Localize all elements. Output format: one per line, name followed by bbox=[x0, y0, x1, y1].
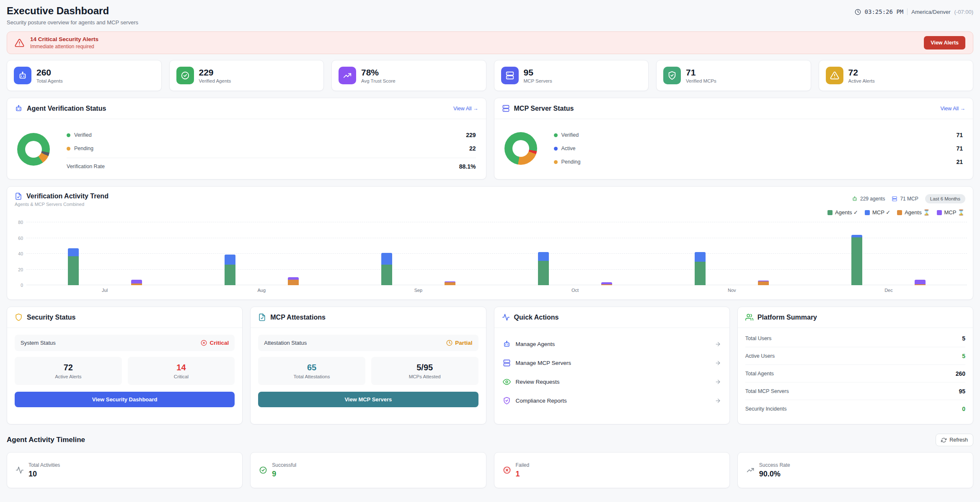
trend-title-row: Verification Activity Trend bbox=[15, 192, 109, 200]
stat-label: Verified MCPs bbox=[686, 78, 716, 83]
card-header: MCP Attestations bbox=[251, 307, 486, 328]
stat-card-total-agents: 260 Total Agents bbox=[7, 60, 162, 91]
legend-item: Agents ✓ bbox=[827, 209, 858, 216]
bar-stack-verified bbox=[851, 235, 862, 285]
status-value: Critical bbox=[209, 340, 229, 346]
users-icon bbox=[745, 313, 753, 321]
bar-group bbox=[183, 222, 340, 285]
rate-label: Verification Rate bbox=[67, 164, 105, 169]
view-alerts-button[interactable]: View Alerts bbox=[924, 36, 965, 49]
view-mcp-servers-button[interactable]: View MCP Servers bbox=[258, 392, 478, 407]
timeline-stat-value: 1 bbox=[516, 470, 530, 479]
x-circle-icon bbox=[201, 340, 207, 346]
timeline-stat-text: Failed 1 bbox=[516, 462, 530, 479]
critical-alert-banner: 14 Critical Security Alerts Immediate at… bbox=[7, 31, 973, 54]
refresh-button[interactable]: Refresh bbox=[936, 434, 973, 446]
status-row-label: System Status bbox=[21, 340, 56, 346]
donut-hole bbox=[512, 140, 529, 157]
warning-triangle-icon bbox=[15, 38, 24, 48]
check-circle-icon bbox=[259, 466, 267, 474]
attestation-status-row: Attestation Status Partial bbox=[258, 335, 478, 351]
bar-group bbox=[340, 222, 496, 285]
legend-label: Pending bbox=[561, 159, 581, 165]
clock-icon bbox=[855, 9, 861, 15]
bar-group bbox=[26, 222, 183, 285]
card-title: MCP Server Status bbox=[514, 105, 574, 112]
view-all-agents-link[interactable]: View All → bbox=[453, 106, 478, 112]
bar-stack-verified bbox=[68, 248, 79, 285]
executive-dashboard-page: Executive Dashboard Security posture ove… bbox=[0, 0, 980, 492]
bar-stack-pending bbox=[758, 281, 769, 285]
bar-segment bbox=[538, 252, 549, 261]
alert-subtitle: Immediate attention required bbox=[30, 44, 98, 49]
summary-row-security-incidents: Security Incidents 0 bbox=[745, 400, 965, 417]
view-all-mcp-link[interactable]: View All → bbox=[940, 106, 965, 112]
card-body: Manage Agents Manage MCP Servers bbox=[494, 328, 729, 417]
header-titles: Executive Dashboard Security posture ove… bbox=[7, 5, 138, 26]
donut-hole bbox=[25, 141, 42, 158]
legend-row: Verified 229 bbox=[67, 128, 476, 142]
bar-segment bbox=[851, 237, 862, 285]
check-circle-icon bbox=[176, 67, 194, 84]
bar-segment bbox=[695, 262, 706, 285]
card-body: Verified 229 Pending 22 Verification Rat… bbox=[7, 119, 486, 179]
legend-label: Verified bbox=[74, 132, 92, 138]
bar-stack-verified bbox=[695, 252, 706, 285]
card-header: Security Status bbox=[7, 307, 242, 328]
donut-legend: Verified 229 Pending 22 Verification Rat… bbox=[67, 128, 476, 170]
bar-segment bbox=[601, 284, 612, 285]
quick-action-manage-mcp-servers[interactable]: Manage MCP Servers bbox=[502, 354, 722, 372]
activity-pulse-icon bbox=[16, 466, 24, 474]
agent-verification-status-card: Agent Verification Status View All → Ver… bbox=[7, 98, 486, 179]
critical-substat: 14 Critical bbox=[128, 357, 235, 385]
legend-value: 21 bbox=[956, 159, 963, 165]
bar-segment bbox=[381, 253, 392, 265]
critical-status-chip: Critical bbox=[201, 340, 229, 346]
bar-segment bbox=[225, 265, 235, 285]
y-axis-label: 20 bbox=[11, 267, 23, 272]
mcps-attested-substat: 5/95 MCPs Attested bbox=[371, 357, 478, 385]
divider bbox=[907, 8, 908, 15]
current-time: 03:25:26 PM bbox=[865, 8, 904, 15]
bar-group bbox=[810, 222, 967, 285]
legend-value: 71 bbox=[956, 132, 963, 138]
stat-card-avg-trust-score: 78% Avg Trust Score bbox=[331, 60, 486, 91]
legend-item: MCP ✓ bbox=[865, 209, 890, 216]
bar-stack-pending bbox=[445, 281, 455, 285]
mcp-attestations-card: MCP Attestations Attestation Status Part… bbox=[250, 307, 486, 424]
timeline-stat-value: 10 bbox=[28, 470, 60, 479]
timeline-stats-row: Total Activities 10 Successful 9 Failed … bbox=[7, 452, 973, 488]
bar-segment bbox=[915, 280, 926, 284]
y-axis-label: 80 bbox=[11, 220, 23, 225]
legend-value: 71 bbox=[956, 145, 963, 152]
success-rate-card: Success Rate 90.0% bbox=[737, 452, 973, 488]
quick-action-manage-agents[interactable]: Manage Agents bbox=[502, 335, 722, 354]
alert-title: 14 Critical Security Alerts bbox=[30, 36, 98, 42]
agents-badge-label: 229 agents bbox=[860, 196, 885, 202]
quick-action-review-requests[interactable]: Review Requests bbox=[502, 372, 722, 391]
legend-value: 22 bbox=[469, 145, 476, 152]
timeline-stat-text: Successful 9 bbox=[272, 462, 296, 479]
stat-value: 78% bbox=[361, 68, 396, 77]
trending-up-icon bbox=[339, 67, 356, 84]
x-axis-label: Jul bbox=[26, 288, 183, 293]
refresh-label: Refresh bbox=[949, 437, 968, 443]
x-axis-labels: JulAugSepOctNovDec bbox=[26, 288, 967, 293]
robot-icon bbox=[15, 104, 23, 112]
view-security-dashboard-button[interactable]: View Security Dashboard bbox=[15, 392, 235, 407]
quick-action-compliance-reports[interactable]: Compliance Reports bbox=[502, 391, 722, 410]
stat-text: 71 Verified MCPs bbox=[686, 68, 716, 83]
card-body: System Status Critical 72 Active Alerts bbox=[7, 328, 242, 414]
substat-label: Active Alerts bbox=[19, 374, 118, 379]
robot-icon bbox=[852, 196, 858, 202]
bar-group bbox=[497, 222, 654, 285]
quick-action-label: Compliance Reports bbox=[516, 398, 567, 404]
trend-bar-chart: 020406080 bbox=[26, 222, 967, 285]
robot-icon bbox=[503, 340, 511, 348]
partial-status-chip: Partial bbox=[446, 340, 472, 346]
summary-value: 260 bbox=[956, 370, 965, 377]
y-axis-label: 60 bbox=[11, 236, 23, 241]
file-check-icon bbox=[258, 313, 266, 321]
stat-card-verified-agents: 229 Verified Agents bbox=[169, 60, 324, 91]
bar-segment bbox=[445, 282, 455, 286]
